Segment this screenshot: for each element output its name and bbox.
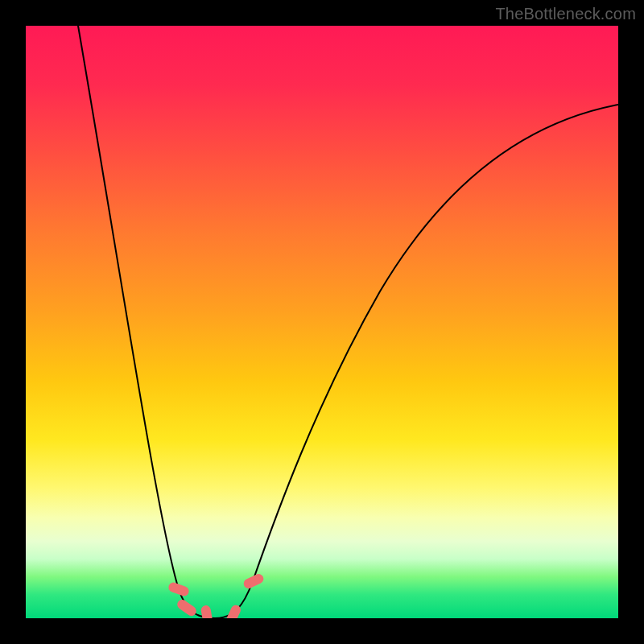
curve-marker (242, 572, 266, 590)
watermark-text: TheBottleneck.com (495, 5, 636, 23)
curve-marker (200, 605, 213, 618)
curve-marker (167, 581, 191, 597)
chart-plot-area (26, 26, 618, 618)
curve-markers (167, 572, 266, 618)
curve-marker (175, 598, 198, 618)
bottleneck-curve (78, 26, 618, 618)
chart-svg (26, 26, 618, 618)
